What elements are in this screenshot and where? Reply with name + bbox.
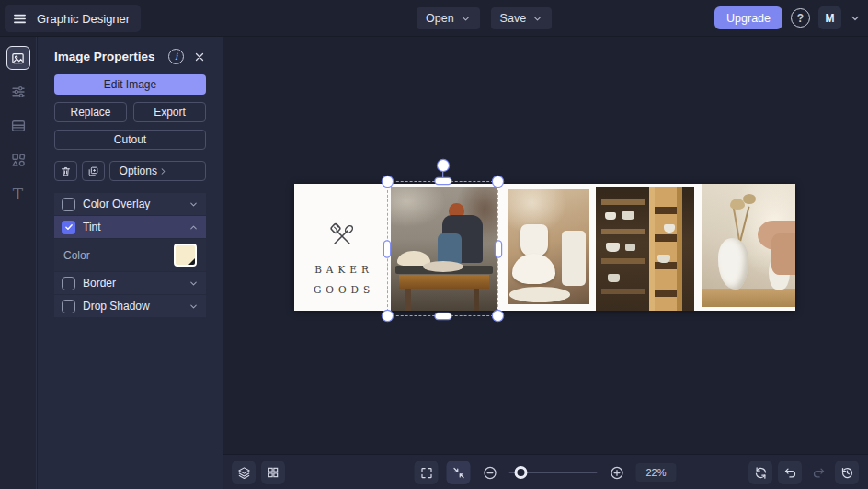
photo-ceramic-bowls[interactable] (508, 189, 589, 304)
chevron-down-icon[interactable] (188, 301, 199, 312)
cutout-button[interactable]: Cutout (54, 130, 206, 150)
fullscreen-icon (419, 466, 433, 480)
chevron-down-icon (532, 14, 542, 24)
app-title: Graphic Designer (37, 12, 130, 26)
export-button[interactable]: Export (133, 102, 206, 122)
delete-button[interactable] (54, 161, 77, 181)
shapes-icon (10, 152, 27, 168)
chevron-down-icon (461, 14, 471, 24)
account-actions: Upgrade ? M (714, 6, 861, 29)
fit-to-screen-button[interactable] (447, 461, 471, 484)
border-checkbox[interactable] (62, 277, 75, 290)
edit-image-button[interactable]: Edit Image (54, 74, 206, 95)
zoom-out-button[interactable] (479, 461, 501, 484)
redo-icon (812, 466, 826, 480)
chevron-down-icon[interactable] (188, 199, 199, 210)
zoom-slider-knob[interactable] (515, 466, 528, 479)
photo-wooden-shelves[interactable] (596, 187, 694, 311)
top-bar: Graphic Designer Open Save Upgrade ? M (0, 0, 868, 37)
color-overlay-checkbox[interactable] (62, 198, 75, 211)
tint-color-label: Color (63, 249, 174, 262)
redo-button[interactable] (807, 461, 829, 484)
options-button[interactable]: Options (109, 161, 206, 181)
brand-card[interactable]: BAKER GOODS (294, 184, 389, 311)
resize-handle-top-right[interactable] (493, 176, 503, 187)
tint-color-row: Color (54, 239, 206, 271)
duplicate-button[interactable] (82, 161, 105, 181)
history-button[interactable] (835, 461, 859, 484)
tint-color-swatch[interactable] (174, 244, 197, 267)
sidebar-item-pages[interactable] (6, 114, 30, 138)
undo-button[interactable] (778, 461, 802, 484)
section-color-overlay[interactable]: Color Overlay (54, 193, 206, 215)
brand-line-1: BAKER (309, 259, 374, 279)
pages-grid-button[interactable] (261, 461, 285, 484)
pages-icon (10, 118, 27, 134)
fit-to-screen-icon (451, 466, 465, 480)
image-properties-panel: Image Properties i Edit Image Replace Ex… (38, 37, 223, 489)
resize-handle-top-left[interactable] (383, 176, 393, 187)
image-icon (11, 51, 25, 65)
chevron-down-icon[interactable] (188, 279, 199, 289)
photo-vase-with-hand[interactable] (702, 184, 795, 307)
fullscreen-button[interactable] (415, 461, 439, 484)
canvas[interactable]: BAKER GOODS (223, 37, 868, 454)
resize-handle-top[interactable] (435, 178, 451, 184)
account-chevron-down-icon[interactable] (850, 13, 861, 24)
upgrade-button[interactable]: Upgrade (714, 6, 782, 29)
history-icon (840, 466, 854, 480)
replace-button[interactable]: Replace (54, 102, 127, 122)
section-drop-shadow[interactable]: Drop Shadow (54, 295, 206, 317)
layers-icon (237, 466, 251, 480)
layers-button[interactable] (232, 461, 256, 484)
resize-handle-bottom[interactable] (435, 313, 451, 319)
trash-icon (60, 165, 72, 177)
crossed-utensils-icon (326, 221, 358, 252)
zoom-out-icon (482, 465, 497, 481)
sidebar-item-elements[interactable] (6, 148, 30, 172)
sidebar-item-media[interactable] (6, 46, 30, 70)
zoom-in-button[interactable] (606, 461, 628, 484)
sidebar: T (0, 37, 37, 489)
bottom-toolbar: 22% (223, 454, 868, 489)
section-tint[interactable]: Tint (54, 216, 206, 238)
chevron-up-icon[interactable] (188, 222, 199, 233)
duplicate-icon (87, 165, 99, 177)
panel-title: Image Properties (54, 50, 168, 63)
grid-icon (267, 466, 280, 479)
main-menu[interactable]: Graphic Designer (5, 5, 141, 32)
save-button[interactable]: Save (491, 7, 553, 29)
close-icon[interactable] (193, 51, 206, 63)
sliders-icon (10, 84, 27, 100)
info-icon[interactable]: i (168, 49, 184, 64)
sidebar-item-adjust[interactable] (6, 80, 30, 104)
zoom-in-icon (609, 465, 624, 481)
brand-text: BAKER GOODS (309, 259, 374, 300)
resize-handle-right[interactable] (496, 241, 501, 256)
resize-handle-bottom-right[interactable] (493, 311, 503, 321)
text-icon: T (13, 185, 23, 203)
avatar[interactable]: M (818, 6, 841, 29)
undo-icon (783, 466, 797, 480)
open-button[interactable]: Open (417, 7, 480, 29)
hamburger-menu-icon[interactable] (12, 11, 28, 27)
resize-handle-left[interactable] (384, 241, 390, 256)
zoom-level[interactable]: 22% (636, 463, 677, 482)
selection-box[interactable] (387, 181, 498, 316)
zoom-slider[interactable] (509, 461, 598, 484)
rotate-handle[interactable] (438, 160, 449, 171)
brand-line-2: GOODS (309, 279, 374, 300)
refresh-icon (754, 466, 768, 480)
chevron-right-icon (158, 166, 198, 176)
reset-view-button[interactable] (748, 461, 772, 484)
help-icon[interactable]: ? (791, 8, 810, 28)
file-actions: Open Save (417, 7, 552, 29)
section-border[interactable]: Border (54, 272, 206, 294)
resize-handle-bottom-left[interactable] (383, 311, 393, 321)
drop-shadow-checkbox[interactable] (62, 300, 75, 313)
sidebar-item-text[interactable]: T (6, 182, 30, 206)
tint-checkbox[interactable] (62, 221, 75, 234)
